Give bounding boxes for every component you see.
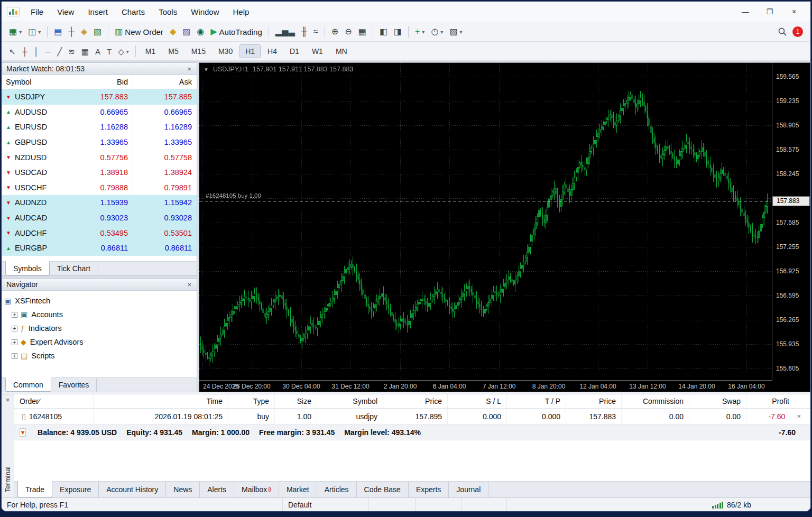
- market-watch-close-icon[interactable]: ×: [186, 65, 192, 73]
- timeframe-m15[interactable]: M15: [186, 44, 211, 58]
- timeframe-m5[interactable]: M5: [162, 44, 184, 58]
- market-watch-tab-tick-chart[interactable]: Tick Chart: [50, 262, 98, 275]
- terminal-button[interactable]: ▧: [90, 25, 105, 38]
- zoom-in-button[interactable]: ⊕: [328, 25, 342, 38]
- open-order-row[interactable]: ▯162481052026.01.19 08:01:25buy1.00usdjp…: [14, 409, 810, 424]
- timeframe-mn[interactable]: MN: [330, 44, 353, 58]
- terminal-tab-trade[interactable]: Trade: [17, 481, 52, 497]
- market-news-button[interactable]: ◉: [193, 25, 207, 38]
- dropdown-arrow-icon[interactable]: ▾: [422, 29, 425, 35]
- arrange-vertical-button[interactable]: ◧: [376, 25, 391, 38]
- terminal-tab-experts[interactable]: Experts: [409, 482, 449, 497]
- terminal-column-type[interactable]: Type: [228, 394, 275, 408]
- dropdown-arrow-icon[interactable]: ▾: [126, 49, 129, 54]
- notification-badge[interactable]: 1: [792, 26, 803, 37]
- autotrading-button[interactable]: ▶AutoTrading: [207, 25, 265, 39]
- trendline-tool-button[interactable]: ╱: [54, 45, 65, 58]
- search-icon[interactable]: [778, 27, 787, 36]
- time-axis[interactable]: 24 Dec 202526 Dec 20:0030 Dec 04:0031 De…: [199, 380, 772, 392]
- market-watch-row-audnzd[interactable]: ▼AUDNZD1.159391.15942: [2, 195, 197, 210]
- vertical-line-tool-button[interactable]: │: [31, 45, 42, 58]
- market-watch-row-usdjpy[interactable]: ▼USDJPY157.883157.885: [2, 89, 197, 105]
- navigator-close-icon[interactable]: ×: [186, 281, 192, 289]
- position-line-label[interactable]: #16248105 buy 1.00: [206, 192, 261, 199]
- fibonacci-tool-button[interactable]: ≋: [65, 45, 78, 58]
- dropdown-arrow-icon[interactable]: ▾: [440, 29, 443, 35]
- terminal-column-swap[interactable]: Swap: [689, 394, 746, 408]
- market-watch-tab-symbols[interactable]: Symbols: [5, 261, 50, 275]
- column-ask[interactable]: Ask: [132, 75, 197, 89]
- timeframe-d1[interactable]: D1: [284, 44, 305, 58]
- new-chart-button[interactable]: ▦▾: [6, 25, 25, 38]
- close-button[interactable]: ×: [783, 4, 805, 19]
- crosshair-tool-button[interactable]: ┼: [19, 45, 31, 58]
- terminal-tab-articles[interactable]: Articles: [317, 482, 357, 497]
- timeframe-m30[interactable]: M30: [213, 44, 238, 58]
- column-symbol[interactable]: Symbol: [2, 75, 79, 89]
- dropdown-arrow-icon[interactable]: ▾: [38, 29, 41, 35]
- market-watch-row-eurgbp[interactable]: ▲EURGBP0.868110.86811: [2, 241, 197, 256]
- terminal-column-symbol[interactable]: Symbol: [317, 394, 383, 408]
- terminal-tab-market[interactable]: Market: [279, 482, 317, 497]
- market-watch-row-gbpusd[interactable]: ▲GBPUSD1.339651.33965: [2, 135, 197, 150]
- cursor-tool-button[interactable]: ↖: [6, 45, 19, 58]
- expand-icon[interactable]: +: [12, 339, 17, 345]
- price-scale[interactable]: 157.883 159.565159.235158.905158.575158.…: [772, 63, 810, 380]
- navigator-item-accounts[interactable]: +▣Accounts: [4, 308, 195, 321]
- navigator-item-expert-advisors[interactable]: +◆Expert Advisors: [4, 335, 195, 349]
- terminal-column-size[interactable]: Size: [275, 394, 317, 408]
- column-bid[interactable]: Bid: [79, 75, 132, 89]
- profiles-button[interactable]: ◫▾: [25, 25, 44, 38]
- terminal-column-price[interactable]: Price: [383, 394, 448, 408]
- market-watch-row-audchf[interactable]: ▼AUDCHF0.534950.53501: [2, 225, 197, 241]
- menu-item-help[interactable]: Help: [226, 4, 256, 20]
- market-watch-row-usdcad[interactable]: ▼USDCAD1.389181.38924: [2, 165, 197, 180]
- navigator-tab-favorites[interactable]: Favorites: [51, 378, 97, 392]
- expand-icon[interactable]: +: [12, 312, 17, 318]
- expand-icon[interactable]: +: [12, 353, 17, 359]
- menu-item-file[interactable]: File: [24, 4, 50, 20]
- data-window-button[interactable]: ┼: [65, 25, 77, 38]
- tile-windows-button[interactable]: ▦: [355, 25, 370, 38]
- menu-item-tools[interactable]: Tools: [152, 4, 184, 20]
- market-watch-row-nzdusd[interactable]: ▼NZDUSD0.577560.57758: [2, 150, 197, 165]
- timeframe-w1[interactable]: W1: [306, 44, 329, 58]
- status-profile[interactable]: Default: [283, 498, 368, 511]
- dropdown-arrow-icon[interactable]: ▾: [460, 29, 463, 35]
- expand-icon[interactable]: +: [12, 326, 17, 331]
- menu-item-charts[interactable]: Charts: [115, 4, 152, 20]
- market-watch-row-usdchf[interactable]: ▼USDCHF0.798880.79891: [2, 180, 197, 196]
- menu-item-window[interactable]: Window: [184, 4, 226, 20]
- terminal-tab-alerts[interactable]: Alerts: [200, 482, 234, 497]
- timeframe-h1[interactable]: H1: [239, 44, 261, 58]
- dropdown-arrow-icon[interactable]: ▾: [19, 29, 22, 35]
- grid-tool-button[interactable]: ▦: [78, 45, 92, 58]
- terminal-tab-exposure[interactable]: Exposure: [52, 482, 99, 497]
- indicators-button[interactable]: +▾: [412, 25, 428, 38]
- market-watch-row-audcad[interactable]: ▼AUDCAD0.930230.93028: [2, 210, 197, 226]
- horizontal-line-tool-button[interactable]: ─: [42, 45, 54, 58]
- terminal-column-s-l[interactable]: S / L: [448, 394, 507, 408]
- terminal-column-order[interactable]: Order ∕: [14, 394, 94, 408]
- arrange-cascade-button[interactable]: ◨: [391, 25, 405, 38]
- terminal-tab-code-base[interactable]: Code Base: [357, 482, 409, 497]
- menu-item-view[interactable]: View: [50, 4, 81, 20]
- bar-chart-mode-button[interactable]: ▂▅▃: [272, 25, 298, 38]
- new-order-button[interactable]: ▥New Order: [112, 25, 167, 39]
- expert-advisors-button[interactable]: ◆: [167, 25, 179, 38]
- market-watch-row-audusd[interactable]: ▲AUDUSD0.669650.66965: [2, 105, 197, 120]
- navigator-item-indicators[interactable]: +ƒIndicators: [4, 321, 195, 335]
- terminal-column-time[interactable]: Time: [94, 394, 228, 408]
- templates-button[interactable]: ▨▾: [446, 25, 465, 38]
- metaeditor-button[interactable]: ▨: [179, 25, 193, 38]
- shapes-tool-button[interactable]: ◇▾: [115, 45, 132, 58]
- zoom-out-button[interactable]: ⊖: [342, 25, 355, 38]
- navigator-item-scripts[interactable]: +▤Scripts: [4, 349, 195, 363]
- terminal-column-price[interactable]: Price: [566, 394, 622, 408]
- terminal-tab-journal[interactable]: Journal: [449, 482, 488, 497]
- navigator-tab-common[interactable]: Common: [5, 377, 51, 392]
- terminal-column-t-p[interactable]: T / P: [507, 394, 566, 408]
- chart-menu-icon[interactable]: ▼: [204, 67, 209, 72]
- market-watch-button[interactable]: ▤: [51, 25, 65, 38]
- text-tool-button[interactable]: A: [92, 45, 104, 58]
